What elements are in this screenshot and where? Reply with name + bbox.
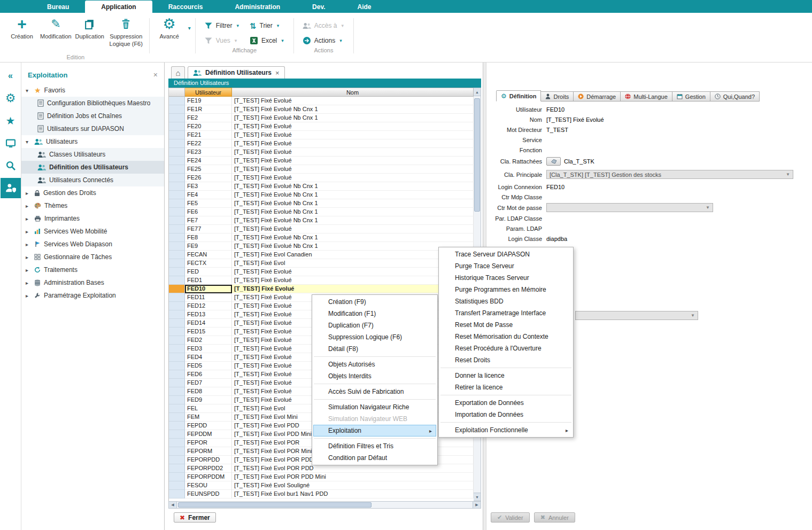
horizontal-scroll-track[interactable] xyxy=(177,502,473,508)
row-selector[interactable] xyxy=(169,353,185,362)
menu-item[interactable]: Purge Trace Serveur xyxy=(440,260,572,272)
row-selector[interactable] xyxy=(169,413,185,422)
tree-item[interactable]: Configuration Bibliothèques Maestro xyxy=(21,97,164,110)
menu-item[interactable]: Duplication (F7) xyxy=(313,319,436,331)
row-selector[interactable] xyxy=(169,182,185,191)
table-row[interactable]: FE9[T_TEST] Fixé Evolué Nb Cnx 1 xyxy=(169,242,474,251)
row-selector[interactable] xyxy=(169,464,185,473)
chevron-right-icon[interactable]: ▸ xyxy=(26,280,31,286)
table-row[interactable]: FE21[T_TEST] Fixé Evolué xyxy=(169,131,474,139)
table-row[interactable]: FEPORPDDM[T_TEST] Fixé Evol POR PDD Mini xyxy=(169,473,474,481)
menubar-item[interactable]: Dev. xyxy=(296,1,341,13)
menu-item[interactable]: Reset Procédure à l'Ouverture xyxy=(440,342,572,354)
chevron-right-icon[interactable]: ▸ xyxy=(26,203,31,209)
row-selector[interactable] xyxy=(169,105,185,114)
detail-tab[interactable]: Gestion xyxy=(672,91,710,102)
field-select-unlabeled[interactable]: ▼ xyxy=(575,311,698,320)
chevron-right-icon[interactable]: ▸ xyxy=(26,293,31,299)
tab-home[interactable]: ⌂ xyxy=(171,66,185,79)
field-select[interactable]: ▼ xyxy=(546,203,713,212)
table-row[interactable]: FE20[T_TEST] Fixé Evolué xyxy=(169,122,474,131)
tree-item[interactable]: Classes Utilisateurs xyxy=(21,148,164,161)
chevron-down-icon[interactable]: ▾ xyxy=(26,139,31,145)
menubar-item[interactable]: Raccourcis xyxy=(152,1,219,13)
field-select[interactable]: [Cla_T_STK] [T_TEST] Gestion des stocks▼ xyxy=(546,170,793,179)
row-selector[interactable] xyxy=(169,276,185,285)
ribbon-button[interactable]: Vues▾ xyxy=(202,34,242,47)
chevron-down-icon[interactable]: ▾ xyxy=(276,23,281,28)
table-row[interactable]: FED[T_TEST] Fixé Evolué xyxy=(169,268,474,276)
table-row[interactable]: FE25[T_TEST] Fixé Evolué xyxy=(169,165,474,174)
header-corner[interactable] xyxy=(169,88,185,97)
table-row[interactable]: FED1[T_TEST] Fixé Evolué xyxy=(169,276,474,285)
row-selector[interactable] xyxy=(169,310,185,319)
table-row[interactable]: FE3[T_TEST] Fixé Evolué Nb Cnx 1 xyxy=(169,182,474,191)
chevron-down-icon[interactable]: ▾ xyxy=(187,25,192,31)
strip-search-button[interactable] xyxy=(1,155,21,176)
detail-tab[interactable]: Démarrage xyxy=(574,91,621,102)
row-selector[interactable] xyxy=(169,268,185,276)
horizontal-scroll-thumb[interactable] xyxy=(178,502,372,508)
menu-item[interactable]: Suppression Logique (F6) xyxy=(313,331,436,343)
column-header-nom[interactable]: Nom xyxy=(232,88,474,97)
menu-item[interactable]: Objets Interdits xyxy=(313,370,436,382)
valider-button[interactable]: ✔ Valider xyxy=(491,512,530,523)
chevron-down-icon[interactable]: ▾ xyxy=(235,23,240,28)
tree-section[interactable]: ▸Gestionnaire de Tâches xyxy=(21,251,164,263)
fermer-button[interactable]: ✖ Fermer xyxy=(174,512,216,523)
row-selector[interactable] xyxy=(169,328,185,336)
chevron-down-icon[interactable]: ▾ xyxy=(234,38,238,43)
table-row[interactable]: FE26[T_TEST] Fixé Evolué xyxy=(169,174,474,182)
table-row[interactable]: FE24[T_TEST] Fixé Evolué xyxy=(169,157,474,165)
row-selector[interactable] xyxy=(169,242,185,251)
table-row[interactable]: FE5[T_TEST] Fixé Evolué Nb Cnx 1 xyxy=(169,199,474,208)
row-selector[interactable] xyxy=(169,362,185,370)
table-row[interactable]: FE4[T_TEST] Fixé Evolué Nb Cnx 1 xyxy=(169,191,474,199)
row-selector[interactable] xyxy=(169,370,185,379)
menubar-item[interactable]: Application xyxy=(85,1,152,13)
row-selector[interactable] xyxy=(169,379,185,387)
row-selector[interactable] xyxy=(169,285,185,293)
menu-item[interactable]: Exportation de Données xyxy=(440,397,572,409)
row-selector[interactable] xyxy=(169,396,185,404)
horizontal-scrollbar[interactable]: ◀ ▶ xyxy=(168,501,481,509)
detail-tab[interactable]: Multi-Langue xyxy=(621,91,672,102)
chevron-right-icon[interactable]: ▸ xyxy=(26,241,31,247)
table-row[interactable]: FE6[T_TEST] Fixé Evolué Nb Cnx 1 xyxy=(169,208,474,216)
table-row[interactable]: FESOU[T_TEST] Fixé Evol Souligné xyxy=(169,481,474,490)
tab-definition-utilisateurs[interactable]: Définition Utilisateurs × xyxy=(188,66,285,79)
menu-item[interactable]: Simulation Navigateur WEB xyxy=(313,413,436,425)
table-row[interactable]: FE8[T_TEST] Fixé Evolué Nb Cnx 1 xyxy=(169,233,474,242)
tree-item[interactable]: Définition des Utilisateurs xyxy=(21,161,164,174)
menu-item[interactable]: Création (F9) xyxy=(313,296,436,308)
annuler-button[interactable]: ✖ Annuler xyxy=(534,512,575,523)
ribbon-button[interactable]: ✎Modification xyxy=(38,15,73,41)
ribbon-button[interactable]: ⇅Trier▾ xyxy=(248,19,287,32)
row-selector[interactable] xyxy=(169,490,185,498)
row-selector[interactable] xyxy=(169,233,185,242)
menu-item[interactable]: Objets Autorisés xyxy=(313,358,436,370)
strip-monitor-button[interactable] xyxy=(1,133,21,153)
row-selector[interactable] xyxy=(169,174,185,182)
tree-item[interactable]: Définition Jobs et Chaînes xyxy=(21,110,164,122)
row-selector[interactable] xyxy=(169,225,185,233)
table-row[interactable]: FEUNSPDD[T_TEST] Fixé Evol bur1 Nav1 PDD xyxy=(169,490,474,498)
row-selector[interactable] xyxy=(169,114,185,122)
menu-item[interactable]: Historique Traces Serveur xyxy=(440,272,572,284)
tree-section[interactable]: ▸Imprimantes xyxy=(21,212,164,225)
tree-section[interactable]: ▸Thèmes xyxy=(21,199,164,212)
table-row[interactable]: FE1R[T_TEST] Fixé Evolué Nb Cnx 1 xyxy=(169,105,474,114)
row-selector[interactable] xyxy=(169,139,185,148)
ribbon-button[interactable]: Duplication xyxy=(73,15,106,41)
tree-section[interactable]: ▸Services Web Diapason xyxy=(21,238,164,251)
table-row[interactable]: FE7[T_TEST] Fixé Evolué Nb Cnx 1 xyxy=(169,216,474,225)
row-selector[interactable] xyxy=(169,302,185,310)
detail-tab[interactable]: ⚙Définition xyxy=(496,90,541,102)
table-row[interactable]: FE2[T_TEST] Fixé Evolué Nb Cnx 1 xyxy=(169,114,474,122)
row-selector[interactable] xyxy=(169,456,185,464)
strip-collapse-button[interactable]: « xyxy=(1,66,21,86)
table-row[interactable]: FE22[T_TEST] Fixé Evolué xyxy=(169,139,474,148)
row-selector[interactable] xyxy=(169,336,185,345)
tree-section[interactable]: ▾★Favoris xyxy=(21,84,164,97)
row-selector[interactable] xyxy=(169,345,185,353)
